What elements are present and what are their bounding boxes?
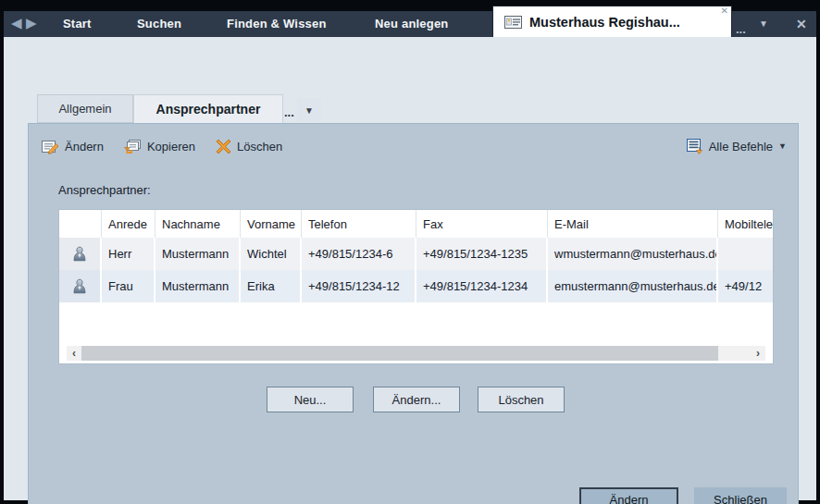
- cell-fax: +49/815/1234-1235: [416, 238, 548, 270]
- chevron-down-icon: ▼: [778, 141, 787, 151]
- cell-vorname: Erika: [241, 270, 302, 302]
- command-list-icon: [687, 139, 703, 154]
- footer-edit-label: Ändern: [610, 493, 649, 504]
- contact-card-icon: [504, 16, 522, 29]
- column-header-fax[interactable]: Fax: [416, 210, 548, 238]
- new-button[interactable]: Neu...: [267, 387, 354, 412]
- all-commands-button[interactable]: Alle Befehle ▼: [687, 133, 787, 159]
- cell-nachname: Mustermann: [155, 238, 241, 270]
- nav-item-start[interactable]: Start: [63, 17, 92, 31]
- tab-allgemein-label: Allgemein: [58, 102, 111, 116]
- nav-item-neu-anlegen[interactable]: Neu anlegen: [375, 17, 449, 31]
- tab-allgemein[interactable]: Allgemein: [37, 94, 133, 123]
- nav-item-suchen[interactable]: Suchen: [137, 17, 181, 31]
- delete-x-icon: [216, 139, 231, 154]
- column-header-icon[interactable]: [59, 210, 102, 238]
- column-header-nachname[interactable]: Nachname: [155, 210, 241, 238]
- person-icon: [59, 270, 102, 302]
- document-tab-close-icon[interactable]: ✕: [721, 6, 728, 16]
- footer-edit-button[interactable]: Ändern: [579, 487, 678, 504]
- footer-close-label: Schließen: [714, 493, 767, 504]
- edit-button-label: Ändern...: [392, 393, 441, 407]
- cell-telefon: +49/815/1234-12: [302, 270, 416, 302]
- cell-anrede: Herr: [102, 238, 155, 270]
- document-tab-label: Musterhaus Regishau...: [529, 15, 680, 30]
- scroll-right-icon[interactable]: ›: [751, 346, 765, 361]
- scrollbar-track[interactable]: [718, 346, 751, 361]
- column-header-email[interactable]: E-Mail: [548, 210, 718, 238]
- toolbar-edit-label: Ändern: [65, 140, 104, 154]
- cell-nachname: Mustermann: [155, 270, 241, 302]
- window-close-icon[interactable]: ✕: [796, 17, 807, 31]
- cell-mobiltelefon: +49/12: [718, 270, 773, 302]
- column-header-anrede[interactable]: Anrede: [102, 210, 155, 238]
- nav-back-icon[interactable]: ◀: [11, 15, 22, 31]
- cell-telefon: +49/815/1234-6: [302, 238, 416, 270]
- edit-button[interactable]: Ändern...: [373, 387, 460, 412]
- nav-forward-icon[interactable]: ▶: [26, 15, 37, 31]
- footer-close-button[interactable]: Schließen: [694, 487, 787, 504]
- column-header-telefon[interactable]: Telefon: [302, 210, 416, 238]
- column-header-mobiltelefon[interactable]: Mobiltelefon: [718, 210, 773, 238]
- cell-email: emustermann@musterhaus.de: [548, 270, 718, 302]
- copy-icon: [124, 139, 142, 154]
- toolbar-delete-label: Löschen: [237, 140, 282, 154]
- scrollbar-thumb[interactable]: [81, 346, 718, 361]
- toolbar-edit-button[interactable]: Ändern: [42, 139, 104, 154]
- tab-ansprechpartner[interactable]: Ansprechpartner: [133, 94, 283, 123]
- toolbar-copy-button[interactable]: Kopieren: [124, 139, 195, 154]
- cell-mobiltelefon: [718, 238, 773, 270]
- ansprechpartner-panel: Ändern Kopieren: [28, 123, 799, 504]
- table-row[interactable]: Frau Mustermann Erika +49/815/1234-12 +4…: [59, 270, 773, 302]
- table-row[interactable]: Herr Mustermann Wichtel +49/815/1234-6 +…: [59, 238, 773, 270]
- toolbar-delete-button[interactable]: Löschen: [216, 139, 282, 154]
- tab-ansprechpartner-label: Ansprechpartner: [156, 102, 261, 117]
- tabbar-dropdown[interactable]: ▼: [297, 99, 321, 121]
- nav-dropdown-icon[interactable]: ▼: [759, 18, 768, 29]
- horizontal-scrollbar[interactable]: ‹ ›: [67, 346, 765, 361]
- delete-button-label: Löschen: [498, 393, 543, 407]
- cell-email: wmustermann@musterhaus.de: [548, 238, 718, 270]
- chevron-down-icon: ▼: [304, 105, 314, 116]
- contacts-table[interactable]: Anrede Nachname Vorname Telefon Fax E-Ma…: [58, 209, 774, 364]
- cell-anrede: Frau: [102, 270, 155, 302]
- cell-fax: +49/815/1234-1234: [416, 270, 548, 302]
- delete-button[interactable]: Löschen: [478, 387, 565, 412]
- nav-item-finden-wissen[interactable]: Finden & Wissen: [227, 17, 327, 31]
- panel-toolbar: Ändern Kopieren: [42, 133, 282, 159]
- all-commands-label: Alle Befehle: [709, 140, 773, 154]
- edit-icon: [42, 139, 59, 154]
- cell-vorname: Wichtel: [241, 238, 302, 270]
- content-area: Allgemein Ansprechpartner ... ▼ Änder: [4, 37, 816, 500]
- column-header-vorname[interactable]: Vorname: [241, 210, 302, 238]
- table-header-row: Anrede Nachname Vorname Telefon Fax E-Ma…: [59, 210, 773, 238]
- nav-overflow[interactable]: ...: [736, 22, 746, 36]
- new-button-label: Neu...: [294, 393, 327, 407]
- scroll-left-icon[interactable]: ‹: [67, 346, 81, 361]
- tabbar-overflow[interactable]: ...: [284, 105, 294, 119]
- person-icon: [59, 238, 102, 270]
- list-label: Ansprechpartner:: [58, 183, 151, 197]
- toolbar-copy-label: Kopieren: [147, 140, 195, 154]
- document-tab-musterhaus[interactable]: Musterhaus Regishau... ✕: [493, 6, 731, 37]
